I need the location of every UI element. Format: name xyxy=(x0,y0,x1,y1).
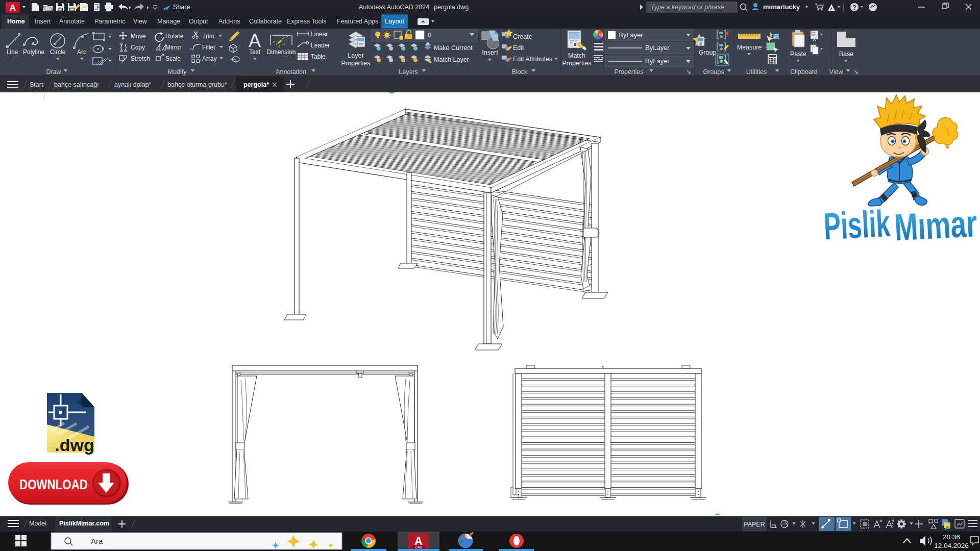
svg-text:Paste: Paste xyxy=(790,51,806,58)
svg-text:Insert: Insert xyxy=(35,18,51,25)
svg-text:DOWNLOAD: DOWNLOAD xyxy=(19,477,88,492)
svg-text:Express Tools: Express Tools xyxy=(287,18,327,25)
svg-text:20:36: 20:36 xyxy=(943,533,960,541)
svg-text:Scale: Scale xyxy=(165,55,181,62)
svg-text:mimarlucky: mimarlucky xyxy=(763,3,800,11)
svg-text:ByLayer: ByLayer xyxy=(645,57,670,65)
svg-text:Start: Start xyxy=(30,81,43,88)
svg-text:12.04.2026: 12.04.2026 xyxy=(934,542,969,549)
svg-text:Home: Home xyxy=(7,18,25,25)
svg-text:Modify: Modify xyxy=(168,68,187,76)
svg-text:Line: Line xyxy=(7,48,18,56)
svg-text:Groups: Groups xyxy=(703,68,724,76)
svg-text:aynalı dolap*: aynalı dolap* xyxy=(114,81,151,88)
svg-text:Group: Group xyxy=(699,49,717,56)
svg-text:Trim: Trim xyxy=(202,33,214,40)
svg-text:Measure: Measure xyxy=(737,44,762,51)
svg-text:Edit: Edit xyxy=(513,44,524,52)
svg-text:Ara: Ara xyxy=(91,537,103,545)
svg-text:Collaborate: Collaborate xyxy=(249,18,282,25)
svg-text:Edit Attributes: Edit Attributes xyxy=(513,56,552,63)
svg-text:PAPER: PAPER xyxy=(744,521,765,528)
svg-text:Pislik: Pislik xyxy=(823,202,892,248)
svg-text:0: 0 xyxy=(428,31,431,39)
svg-text:Make Current: Make Current xyxy=(434,44,473,52)
svg-text:Properties: Properties xyxy=(615,68,644,76)
svg-text:pergola*: pergola* xyxy=(243,81,269,88)
svg-text:Output: Output xyxy=(189,18,208,25)
svg-text:Draw: Draw xyxy=(46,68,61,76)
svg-text:Table: Table xyxy=(311,53,326,60)
svg-text:A: A xyxy=(249,30,261,51)
svg-text:Clipboard: Clipboard xyxy=(790,68,818,76)
svg-text:Parametric: Parametric xyxy=(94,18,125,25)
svg-text:Move: Move xyxy=(131,33,146,40)
svg-text:Circle: Circle xyxy=(50,48,66,56)
svg-text:PislikMimar.com: PislikMimar.com xyxy=(59,520,109,527)
svg-text:Text: Text xyxy=(249,48,261,56)
svg-text:Base: Base xyxy=(839,51,854,58)
svg-text:Match: Match xyxy=(568,52,585,59)
svg-text:Linear: Linear xyxy=(311,31,328,38)
svg-text:Mirror: Mirror xyxy=(165,44,181,51)
svg-text:Share: Share xyxy=(173,4,190,11)
svg-text:Autodesk AutoCAD 2024: Autodesk AutoCAD 2024 xyxy=(359,4,429,11)
svg-text:CAD: CAD xyxy=(415,545,422,549)
svg-text:bahçe oturma grubu*: bahçe oturma grubu* xyxy=(167,81,227,88)
svg-text:Leader: Leader xyxy=(311,42,330,49)
svg-text:Polyline: Polyline xyxy=(23,48,44,56)
svg-text:?: ? xyxy=(852,4,856,11)
svg-text:Match Layer: Match Layer xyxy=(434,56,469,63)
svg-text:.dwg: .dwg xyxy=(55,435,94,455)
svg-text:Stretch: Stretch xyxy=(131,55,150,62)
svg-text:View: View xyxy=(133,18,148,25)
svg-text:bahçe salıncağı: bahçe salıncağı xyxy=(54,81,99,88)
svg-text:Annotate: Annotate xyxy=(59,18,85,25)
svg-text:Insert: Insert xyxy=(482,49,498,56)
svg-text:ByLayer: ByLayer xyxy=(619,31,643,39)
svg-text:View: View xyxy=(829,68,844,76)
svg-text:ByLayer: ByLayer xyxy=(645,44,670,52)
svg-text:Add-ins: Add-ins xyxy=(218,18,240,25)
svg-text:Copy: Copy xyxy=(131,44,145,51)
svg-text:Properties: Properties xyxy=(562,60,592,67)
svg-text:Arc: Arc xyxy=(77,48,86,56)
svg-text:Fillet: Fillet xyxy=(202,44,215,51)
svg-text:Create: Create xyxy=(513,33,532,40)
svg-text:Layers: Layers xyxy=(399,68,418,76)
svg-text:Utilities: Utilities xyxy=(746,68,767,76)
svg-text:Model: Model xyxy=(29,520,46,527)
svg-text:Mımar: Mımar xyxy=(893,202,978,248)
svg-text:Array: Array xyxy=(202,55,217,62)
svg-text:Annotation: Annotation xyxy=(276,68,306,76)
svg-text:Manage: Manage xyxy=(157,18,180,25)
svg-text:Dimension: Dimension xyxy=(267,48,296,56)
svg-text:Properties: Properties xyxy=(341,60,371,67)
svg-text:Rotate: Rotate xyxy=(165,33,184,40)
svg-text:A: A xyxy=(10,3,16,13)
svg-text:Block: Block xyxy=(512,68,528,76)
svg-text:pergola.dwg: pergola.dwg xyxy=(434,4,469,11)
svg-text:Layer: Layer xyxy=(348,52,363,59)
svg-text:Featured Apps: Featured Apps xyxy=(337,18,378,25)
svg-text:Layout: Layout xyxy=(385,18,404,25)
svg-text:Type a keyword or phrase: Type a keyword or phrase xyxy=(651,4,724,11)
